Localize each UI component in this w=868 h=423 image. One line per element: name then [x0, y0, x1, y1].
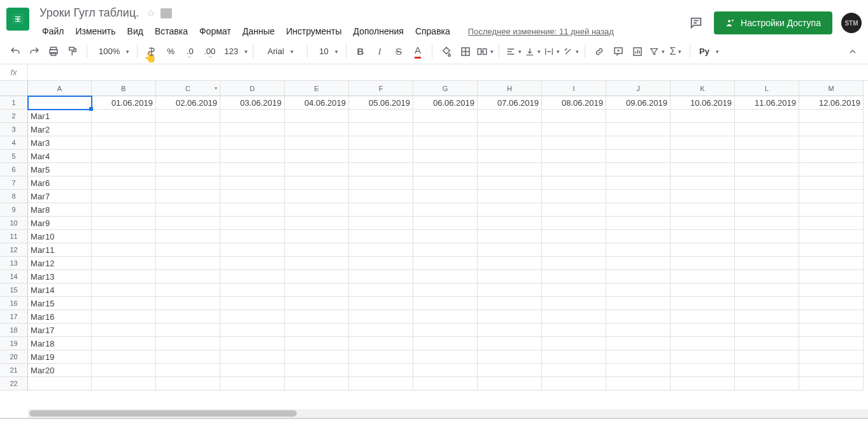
cell[interactable]	[156, 203, 220, 217]
cell[interactable]	[606, 364, 671, 377]
sheet-tab[interactable]: Урок 1▾	[52, 421, 102, 424]
row-header[interactable]: 14	[0, 270, 28, 283]
cell[interactable]	[92, 350, 156, 364]
cell[interactable]	[349, 377, 413, 391]
decrease-decimal-button[interactable]: .0←	[181, 42, 199, 61]
cell[interactable]	[413, 150, 478, 163]
cell[interactable]	[92, 257, 156, 270]
cell[interactable]	[349, 150, 413, 163]
cell[interactable]	[285, 310, 349, 324]
select-all-corner[interactable]	[0, 81, 28, 96]
cell[interactable]	[542, 110, 606, 123]
cell[interactable]	[606, 163, 671, 176]
cell[interactable]	[285, 243, 349, 257]
cell[interactable]	[606, 190, 671, 203]
cell[interactable]	[799, 163, 864, 176]
cell[interactable]	[92, 123, 156, 136]
cell[interactable]	[606, 110, 671, 123]
row-header[interactable]: 20	[0, 350, 28, 364]
cell[interactable]	[799, 377, 864, 391]
cell[interactable]	[413, 123, 478, 136]
spreadsheet-grid[interactable]: ABC▾DEFGHIJKLM101.06.201902.06.201903.06…	[0, 81, 868, 391]
cell[interactable]	[156, 150, 220, 163]
cell[interactable]	[156, 337, 220, 350]
cell[interactable]	[478, 150, 542, 163]
cell[interactable]	[478, 110, 542, 123]
cell[interactable]	[735, 270, 799, 283]
cell[interactable]	[799, 270, 864, 283]
cell[interactable]	[799, 350, 864, 364]
cell[interactable]	[285, 176, 349, 190]
cell[interactable]	[671, 163, 735, 176]
cell[interactable]	[671, 310, 735, 324]
cell[interactable]	[671, 350, 735, 364]
column-header[interactable]: B	[92, 81, 156, 96]
cell[interactable]: Маг18	[28, 337, 92, 350]
row-header[interactable]: 12	[0, 243, 28, 257]
cell[interactable]	[606, 203, 671, 217]
cell[interactable]: Маг10	[28, 230, 92, 243]
cell[interactable]	[156, 270, 220, 283]
cell[interactable]: 12.06.2019	[799, 96, 864, 110]
cell[interactable]	[156, 110, 220, 123]
font-size-select[interactable]: 10	[313, 42, 341, 61]
star-icon[interactable]: ☆	[146, 7, 155, 19]
filter-button[interactable]	[648, 42, 665, 61]
cell[interactable]	[542, 283, 606, 297]
cell[interactable]	[671, 150, 735, 163]
cell[interactable]	[606, 310, 671, 324]
cell[interactable]	[413, 350, 478, 364]
cell[interactable]	[671, 337, 735, 350]
cell[interactable]	[735, 217, 799, 230]
row-header[interactable]: 10	[0, 217, 28, 230]
column-header[interactable]: H	[478, 81, 542, 96]
cell[interactable]	[542, 203, 606, 217]
row-header[interactable]: 4	[0, 136, 28, 150]
cell[interactable]	[349, 350, 413, 364]
cell[interactable]	[349, 230, 413, 243]
cell[interactable]	[156, 257, 220, 270]
column-header[interactable]: A	[28, 81, 92, 96]
cell[interactable]: 03.06.2019	[220, 96, 285, 110]
cell[interactable]	[285, 364, 349, 377]
cell[interactable]	[220, 217, 285, 230]
cell[interactable]	[671, 283, 735, 297]
cell[interactable]	[478, 270, 542, 283]
cell[interactable]: Маг16	[28, 310, 92, 324]
cell[interactable]	[220, 297, 285, 310]
row-header[interactable]: 9	[0, 203, 28, 217]
cell[interactable]	[671, 297, 735, 310]
row-header[interactable]: 19	[0, 337, 28, 350]
cell[interactable]	[92, 217, 156, 230]
menu-edit[interactable]: Изменить	[70, 24, 120, 39]
cell[interactable]	[606, 150, 671, 163]
cell[interactable]: Маг19	[28, 350, 92, 364]
cell[interactable]	[735, 257, 799, 270]
document-title[interactable]: Уроки Гугл таблиц.	[37, 5, 141, 21]
cell[interactable]: Маг15	[28, 297, 92, 310]
row-header[interactable]: 6	[0, 163, 28, 176]
cell[interactable]	[156, 243, 220, 257]
cell[interactable]	[220, 136, 285, 150]
cell[interactable]	[220, 163, 285, 176]
bold-button[interactable]: B	[352, 42, 369, 61]
column-header[interactable]: D	[220, 81, 285, 96]
merge-cells-button[interactable]	[476, 42, 494, 61]
cell[interactable]: Маг17	[28, 324, 92, 337]
cell[interactable]	[349, 190, 413, 203]
sheets-logo[interactable]	[6, 8, 29, 31]
cell[interactable]	[478, 203, 542, 217]
cell[interactable]	[606, 337, 671, 350]
cell[interactable]	[349, 110, 413, 123]
cell[interactable]	[735, 324, 799, 337]
cell[interactable]: 04.06.2019	[285, 96, 349, 110]
cell[interactable]	[92, 283, 156, 297]
row-header[interactable]: 8	[0, 190, 28, 203]
cell[interactable]	[285, 337, 349, 350]
cell[interactable]	[478, 230, 542, 243]
comments-button[interactable]	[687, 14, 705, 32]
cell[interactable]	[92, 163, 156, 176]
cell[interactable]	[478, 297, 542, 310]
cell[interactable]	[413, 190, 478, 203]
cell[interactable]	[735, 163, 799, 176]
